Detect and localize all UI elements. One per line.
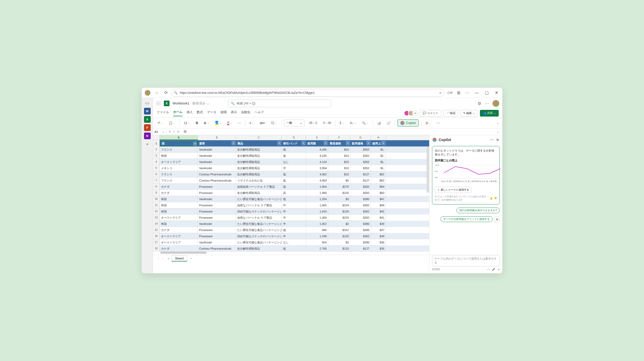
table-cell[interactable]: Proseware — [198, 215, 236, 221]
table-cell[interactable]: VanArsdel — [198, 196, 236, 202]
table-cell[interactable]: VanArsdel — [198, 221, 236, 227]
table-cell[interactable]: $224 — [328, 202, 350, 208]
minimize-button[interactable]: — — [472, 89, 481, 96]
addins-button[interactable]: 📊 — [376, 119, 383, 127]
table-cell[interactable]: 生分解性掃除用品 — [236, 171, 282, 177]
filter-dropdown-icon[interactable]: ▾ — [367, 141, 370, 145]
increase-decimal-button[interactable]: .00→.0 — [307, 119, 318, 127]
favorites-icon[interactable]: ✩≡ — [446, 89, 453, 96]
table-cell[interactable]: $380 — [350, 196, 371, 202]
collapse-ribbon-icon[interactable]: ⌄ — [497, 121, 499, 125]
ribbon-tab-データ[interactable]: データ — [207, 110, 216, 116]
table-cell[interactable]: 1,369 — [306, 215, 328, 221]
enter-formula-icon[interactable]: ✓ — [173, 130, 175, 133]
table-cell[interactable]: 米国 — [160, 202, 198, 208]
sheet-next-icon[interactable]: 〉 — [161, 257, 165, 260]
table-cell[interactable]: $302 — [350, 233, 371, 239]
column-header[interactable]: G — [350, 135, 371, 140]
table-cell[interactable]: $10 — [328, 153, 350, 159]
table-cell[interactable]: $39 — [371, 233, 386, 239]
table-cell[interactable]: 米国 — [160, 153, 198, 159]
address-bar[interactable]: 🔍 https://onedrive.live.com/:w:/t/EaCKkP… — [171, 89, 445, 97]
table-cell[interactable]: 1,410 — [306, 208, 328, 215]
table-cell[interactable]: 中 — [282, 208, 306, 215]
ribbon-tab-ホーム[interactable]: ホーム — [173, 110, 182, 116]
table-row[interactable]: 4オーストラリアVanArsdel生分解性掃除用品なし4,124$10$352$… — [153, 159, 429, 165]
add-sheet-icon[interactable]: ＋ — [189, 257, 193, 260]
column-header[interactable]: H — [371, 135, 386, 140]
table-cell[interactable]: $44 — [371, 202, 386, 208]
table-cell[interactable]: $352 — [350, 146, 371, 153]
table-cell[interactable]: 中 — [282, 202, 306, 208]
settings-icon[interactable]: ⚙ — [478, 101, 481, 106]
borders-button[interactable]: ⊞⌄ — [202, 119, 211, 127]
table-cell[interactable]: $120 — [328, 233, 350, 239]
table-cell[interactable]: $224 — [328, 215, 350, 221]
table-cell[interactable]: $60 — [371, 190, 386, 196]
table-cell[interactable]: 中 — [282, 233, 306, 239]
table-cell[interactable]: $302 — [350, 215, 371, 221]
table-cell[interactable]: Contoso Pharmaceuticals — [198, 177, 236, 184]
send-icon[interactable]: ➤ — [498, 268, 500, 271]
close-button[interactable]: ✕ — [492, 89, 501, 96]
table-row[interactable]: 5メキシコVanArsdel生分解性掃除用品中3,954$10$352$1, — [153, 165, 429, 171]
table-cell[interactable]: オーストラリア — [160, 239, 198, 245]
filter-dropdown-icon[interactable]: ▾ — [232, 141, 235, 145]
mic-icon[interactable]: 🎤 — [492, 268, 495, 271]
table-cell[interactable]: オーストラリア — [160, 233, 198, 239]
fill-color-button[interactable]: 🪣⌄ — [213, 119, 223, 127]
toolbar-more-icon[interactable]: ⋯ — [435, 119, 441, 127]
table-cell[interactable]: 低 — [282, 153, 306, 159]
table-cell[interactable]: 生分解性掃除用品 — [236, 245, 282, 252]
table-cell[interactable]: $127 — [350, 171, 371, 177]
filter-dropdown-icon[interactable]: ▾ — [382, 141, 385, 145]
merge-button[interactable]: ⿻⌄ — [270, 119, 279, 127]
profile-avatar[interactable] — [145, 90, 150, 96]
table-cell[interactable]: $380 — [350, 221, 371, 227]
table-cell[interactable]: 生分解性掃除用品 — [236, 153, 282, 159]
table-cell[interactable]: 米国 — [160, 208, 198, 215]
table-cell[interactable]: カナダ — [160, 184, 198, 190]
account-avatar[interactable] — [493, 100, 499, 107]
table-cell[interactable]: フランス — [160, 146, 198, 153]
add-tab-icon[interactable]: ＋ — [144, 141, 151, 147]
column-header[interactable]: F — [328, 135, 350, 140]
table-row[interactable]: 10米国VanArsdelたい肥化可能な食品パッケージング低1,254$3$38… — [153, 196, 429, 202]
table-cell[interactable]: 米国 — [160, 221, 198, 227]
collections-icon[interactable]: ⊞ — [455, 89, 462, 96]
table-cell[interactable]: $39 — [371, 221, 386, 227]
table-cell[interactable]: VanArsdel — [198, 153, 236, 159]
align-button[interactable]: ≡⌄ — [248, 119, 256, 127]
table-cell[interactable]: $47 — [371, 196, 386, 202]
bold-button[interactable]: B — [194, 119, 200, 127]
ribbon-tab-挿入[interactable]: 挿入 — [187, 110, 193, 116]
format-table-button[interactable]: ⊞⌄ — [424, 119, 433, 127]
table-cell[interactable]: 4,345 — [306, 146, 328, 153]
table-cell[interactable]: なし — [282, 159, 306, 165]
table-cell[interactable]: Proseware — [198, 208, 236, 215]
table-cell[interactable]: 持続可能なスナックのパッケージング — [236, 208, 282, 215]
sheet-tab[interactable]: Sheet1 — [172, 256, 187, 261]
column-header[interactable]: E — [306, 135, 328, 140]
sheet-prev-icon[interactable]: 〈 — [155, 257, 159, 260]
table-cell[interactable]: 低 — [282, 227, 306, 233]
column-header[interactable]: A — [160, 135, 198, 140]
table-cell[interactable]: $312 — [328, 227, 350, 233]
sort-filter-button[interactable]: A↓⌄ — [348, 119, 358, 127]
ribbon-tab-自動化[interactable]: 自動化 — [241, 110, 250, 116]
table-cell[interactable]: $3 — [328, 239, 350, 245]
share-button[interactable]: 👥 共有 ⌄ — [480, 110, 499, 117]
table-cell[interactable]: 4,124 — [306, 159, 328, 165]
table-header-cell[interactable]: 販売価格▾ — [350, 140, 371, 146]
table-cell[interactable]: 中 — [282, 221, 306, 227]
table-cell[interactable]: 持続可能なスナックのパッケージング — [236, 233, 282, 239]
ribbon-tab-表示[interactable]: 表示 — [231, 110, 237, 116]
number-format-selector[interactable]: 一般⌄ — [284, 120, 304, 126]
table-cell[interactable]: Contoso Pharmaceuticals — [198, 245, 236, 252]
table-cell[interactable]: リサイクルされた缶 — [236, 177, 282, 184]
table-cell[interactable]: $35 — [371, 245, 386, 252]
table-cell[interactable]: $10 — [328, 165, 350, 171]
column-header[interactable]: B — [198, 135, 236, 140]
column-header[interactable]: D — [282, 135, 306, 140]
table-cell[interactable]: Proseware — [198, 190, 236, 196]
